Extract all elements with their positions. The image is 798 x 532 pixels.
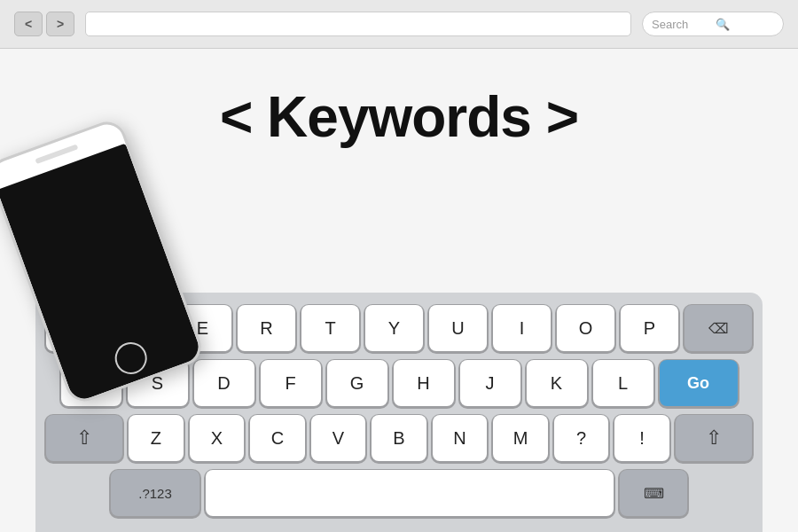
keyboard-row-3: ⇧ Z X C V B N M ? ! ⇧ [46, 415, 752, 461]
search-box[interactable]: Search 🔍 [642, 12, 784, 36]
key-z[interactable]: Z [129, 415, 184, 461]
search-icon: 🔍 [716, 18, 774, 31]
key-t[interactable]: T [301, 305, 359, 351]
url-bar[interactable] [85, 12, 631, 36]
shift-key-right[interactable]: ⇧ [676, 415, 752, 461]
nav-buttons: < > [14, 12, 74, 36]
forward-button[interactable]: > [46, 12, 74, 36]
key-j[interactable]: J [460, 360, 520, 406]
key-question[interactable]: ? [554, 415, 609, 461]
key-y[interactable]: Y [365, 305, 423, 351]
page-title: < Keywords > [220, 84, 578, 150]
shift-key[interactable]: ⇧ [46, 415, 122, 461]
browser-bar: < > Search 🔍 [0, 0, 798, 49]
key-o[interactable]: O [557, 305, 614, 351]
phone-device [0, 116, 207, 406]
key-exclaim[interactable]: ! [614, 415, 669, 461]
key-f[interactable]: F [261, 360, 321, 406]
key-x[interactable]: X [190, 415, 245, 461]
key-h[interactable]: H [394, 360, 454, 406]
key-d[interactable]: D [194, 360, 254, 406]
key-p[interactable]: P [621, 305, 678, 351]
key-l[interactable]: L [593, 360, 653, 406]
key-b[interactable]: B [372, 415, 426, 461]
phone-screen [0, 144, 203, 403]
keyboard-toggle[interactable]: ⌨ [620, 470, 687, 516]
space-key[interactable] [206, 470, 614, 516]
key-c[interactable]: C [250, 415, 305, 461]
main-content: < Keywords > Q W E R T Y U I O P ⌫ A S D… [0, 49, 798, 532]
key-v[interactable]: V [311, 415, 366, 461]
delete-key[interactable]: ⌫ [685, 305, 752, 351]
phone-speaker [35, 144, 78, 164]
search-text: Search [652, 18, 710, 31]
key-i[interactable]: I [493, 305, 551, 351]
number-toggle[interactable]: .?123 [111, 470, 200, 516]
back-button[interactable]: < [14, 12, 43, 36]
key-n[interactable]: N [433, 415, 488, 461]
key-g[interactable]: G [327, 360, 387, 406]
key-r[interactable]: R [238, 305, 295, 351]
key-k[interactable]: K [527, 360, 587, 406]
keyboard-row-4: .?123 ⌨ [46, 470, 752, 516]
key-u[interactable]: U [429, 305, 487, 351]
key-m[interactable]: M [493, 415, 548, 461]
go-button[interactable]: Go [660, 360, 738, 406]
